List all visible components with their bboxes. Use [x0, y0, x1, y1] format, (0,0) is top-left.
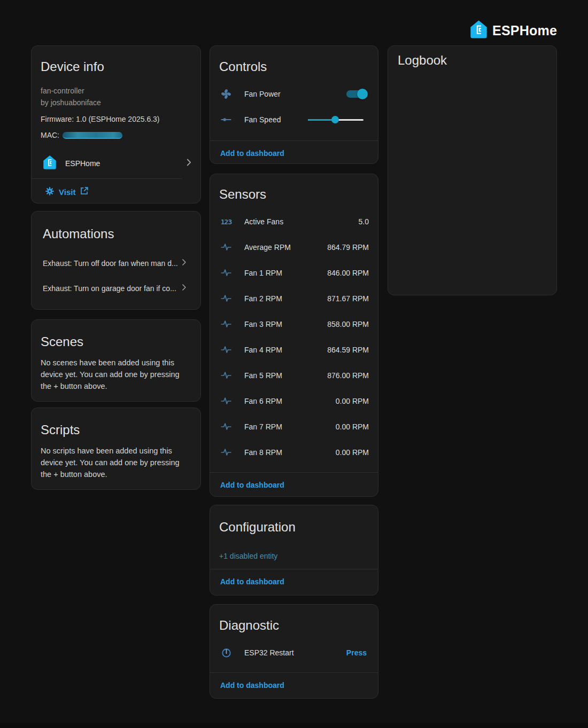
integration-name: ESPHome [65, 159, 183, 168]
bottom-edge [0, 723, 588, 728]
add-to-dashboard-link[interactable]: Add to dashboard [220, 149, 284, 158]
automation-row[interactable]: Exhaust: Turn off door fan when man d... [43, 253, 189, 274]
entity-row-esp32-restart: ESP32 Restart Press [210, 640, 378, 666]
sensor-label: Fan 4 RPM [244, 346, 282, 354]
restart-icon [220, 646, 233, 659]
integration-row-esphome[interactable]: ESPHome [32, 151, 200, 176]
fan-power-toggle[interactable] [346, 90, 367, 98]
header: ESPHome [470, 20, 557, 41]
sensors-title: Sensors [219, 187, 369, 202]
pulse-icon [220, 395, 233, 407]
sensor-row[interactable]: 123Active Fans5.0 [210, 209, 378, 234]
pulse-icon [220, 370, 233, 381]
sensor-row[interactable]: Fan 4 RPM864.59 RPM [210, 337, 378, 363]
sensor-row[interactable]: Fan 8 RPM0.00 RPM [210, 440, 378, 465]
add-to-dashboard-link[interactable]: Add to dashboard [220, 481, 284, 489]
pulse-icon [220, 421, 233, 433]
firmware-text: Firmware: 1.0 (ESPHome 2025.6.3) [41, 113, 191, 125]
diagnostic-title: Diagnostic [219, 618, 369, 633]
sensor-label: Fan 5 RPM [244, 371, 282, 380]
visit-link[interactable]: Visit [41, 179, 191, 203]
automation-label: Exhaust: Turn on garage door fan if co..… [43, 284, 179, 293]
automation-row[interactable]: Exhaust: Turn on garage door fan if co..… [43, 278, 189, 299]
sensor-label: Fan 1 RPM [244, 269, 282, 277]
sensor-row[interactable]: Fan 3 RPM858.00 RPM [210, 311, 378, 337]
scripts-title: Scripts [41, 422, 191, 437]
pulse-icon [220, 293, 233, 304]
controls-card: Controls Fa [210, 45, 378, 164]
esphome-logo-icon [43, 155, 56, 171]
slider-thumb[interactable] [331, 116, 339, 123]
chevron-right-icon [183, 156, 195, 170]
scripts-empty-text: No scripts have been added using this de… [41, 445, 191, 480]
pulse-icon [220, 447, 233, 458]
scripts-card: Scripts No scripts have been added using… [31, 408, 201, 490]
mac-label: MAC: [41, 129, 59, 141]
sensor-row[interactable]: Fan 2 RPM871.67 RPM [210, 286, 378, 311]
sensor-row[interactable]: Fan 6 RPM0.00 RPM [210, 388, 378, 414]
sensor-value: 5.0 [359, 217, 369, 226]
esphome-logo-icon [470, 20, 487, 41]
gear-icon [44, 186, 55, 199]
pulse-icon [220, 318, 233, 330]
sensor-value: 864.59 RPM [327, 346, 369, 354]
sensor-value: 0.00 RPM [336, 422, 369, 431]
slider-icon [220, 113, 233, 126]
device-by-line: by joshuaboniface [41, 97, 191, 108]
device-page: ESPHome Device info fan-controller by jo… [0, 0, 588, 728]
sensor-value: 864.79 RPM [327, 243, 369, 252]
sensor-value: 871.67 RPM [327, 294, 369, 303]
pulse-icon [220, 344, 233, 356]
mac-row: MAC: [41, 129, 191, 141]
automation-label: Exhaust: Turn off door fan when man d... [43, 259, 179, 268]
entity-label: Fan Speed [244, 115, 281, 124]
sensor-label: Fan 3 RPM [244, 320, 282, 328]
sensor-label: Fan 6 RPM [244, 397, 282, 405]
app-title: ESPHome [492, 23, 557, 38]
entity-row-fan-speed: Fan Speed [210, 107, 378, 132]
sensor-value: 858.00 RPM [327, 320, 369, 328]
press-button[interactable]: Press [346, 648, 367, 657]
sensor-value: 0.00 RPM [336, 448, 369, 457]
entity-row-fan-power: Fan Power [210, 81, 378, 107]
diagnostic-card: Diagnostic ESP32 Restart Press Add to da… [210, 604, 378, 699]
add-to-dashboard-link[interactable]: Add to dashboard [220, 577, 284, 586]
sensor-label: Fan 2 RPM [244, 294, 282, 303]
controls-title: Controls [219, 59, 369, 74]
chevron-right-icon [179, 282, 189, 295]
open-in-new-icon [79, 186, 89, 198]
visit-label: Visit [59, 187, 75, 197]
logbook-title: Logbook [398, 53, 547, 68]
fan-speed-slider[interactable] [308, 115, 363, 124]
sensor-value: 876.00 RPM [327, 371, 369, 380]
entity-label: ESP32 Restart [244, 648, 294, 657]
scenes-title: Scenes [41, 334, 191, 349]
counter-icon: 123 [220, 218, 233, 226]
pulse-icon [220, 241, 233, 253]
sensor-row[interactable]: Fan 5 RPM876.00 RPM [210, 363, 378, 388]
sensor-label: Fan 7 RPM [244, 422, 282, 431]
scenes-empty-text: No scenes have been added using this dev… [41, 357, 191, 392]
entity-label: Fan Power [244, 90, 281, 98]
device-meta: fan-controller by joshuaboniface [41, 85, 191, 108]
sensor-label: Average RPM [244, 243, 291, 252]
device-name: fan-controller [41, 85, 191, 97]
sensor-value: 0.00 RPM [336, 397, 369, 405]
automations-title: Automations [43, 226, 189, 241]
configuration-card: Configuration +1 disabled entity Add to … [210, 505, 378, 596]
toggle-thumb [357, 89, 368, 99]
sensor-label: Active Fans [244, 217, 283, 226]
device-info-title: Device info [41, 59, 191, 74]
sensors-card: Sensors 123Active Fans5.0Average RPM864.… [210, 174, 378, 497]
pulse-icon [220, 267, 233, 279]
sensor-row[interactable]: Average RPM864.79 RPM [210, 234, 378, 260]
sensor-row[interactable]: Fan 1 RPM846.00 RPM [210, 260, 378, 286]
sensor-row[interactable]: Fan 7 RPM0.00 RPM [210, 414, 378, 440]
disabled-entities-link[interactable]: +1 disabled entity [219, 552, 369, 560]
add-to-dashboard-link[interactable]: Add to dashboard [220, 681, 284, 690]
sensor-label: Fan 8 RPM [244, 448, 282, 457]
sensor-value: 846.00 RPM [327, 269, 369, 277]
configuration-title: Configuration [219, 520, 369, 535]
device-info-card: Device info fan-controller by joshuaboni… [31, 45, 201, 203]
mac-redacted-value [63, 132, 122, 139]
